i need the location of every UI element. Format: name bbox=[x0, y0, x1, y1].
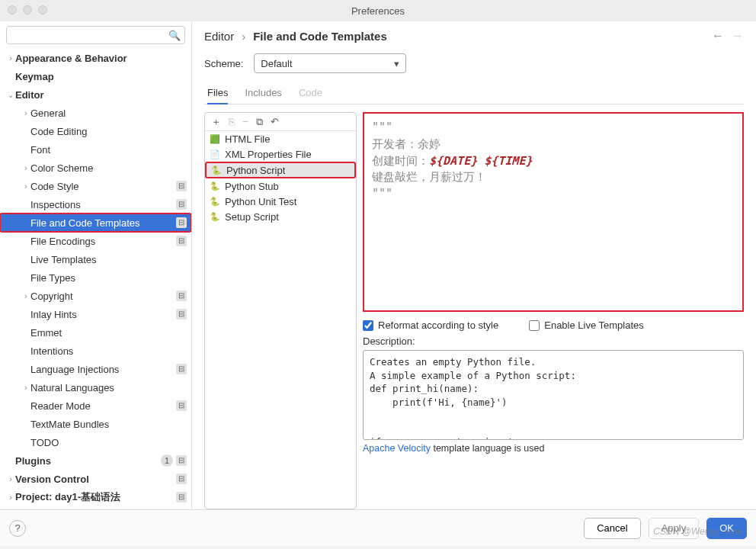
project-scope-icon: ⊟ bbox=[176, 455, 187, 466]
sidebar-item-label: File and Code Templates bbox=[30, 217, 173, 229]
sidebar-item[interactable]: ›Appearance & Behavior bbox=[0, 49, 191, 67]
scheme-select[interactable]: Default bbox=[254, 53, 406, 73]
sidebar-item[interactable]: Keymap bbox=[0, 67, 191, 85]
sidebar-item[interactable]: ›General bbox=[0, 104, 191, 122]
project-scope-icon: ⊟ bbox=[176, 309, 187, 319]
sidebar-item[interactable]: ›Color Scheme bbox=[0, 159, 191, 177]
sidebar-item[interactable]: ›Copyright⊟ bbox=[0, 287, 191, 305]
sidebar-item-label: Version Control bbox=[15, 474, 173, 485]
chevron-icon: › bbox=[21, 164, 30, 172]
project-scope-icon: ⊟ bbox=[176, 474, 187, 484]
sidebar-item[interactable]: Inspections⊟ bbox=[0, 195, 191, 214]
sidebar-item[interactable]: Font bbox=[0, 140, 191, 159]
sidebar-item[interactable]: Intentions bbox=[0, 342, 191, 360]
search-bar: 🔍 bbox=[0, 21, 191, 49]
tab[interactable]: Files bbox=[207, 82, 228, 104]
back-button[interactable]: ← bbox=[712, 29, 724, 43]
template-item[interactable]: 🐍Python Script bbox=[205, 162, 356, 178]
chevron-icon: › bbox=[21, 182, 30, 191]
footer: ? Cancel Apply OK bbox=[0, 509, 756, 546]
sidebar-item-label: Inspections bbox=[30, 199, 173, 210]
description-label: Description: bbox=[363, 336, 744, 347]
sidebar-item-label: Font bbox=[30, 144, 187, 156]
chevron-icon: › bbox=[21, 109, 30, 117]
search-input[interactable] bbox=[6, 26, 185, 44]
chevron-icon: › bbox=[6, 493, 15, 502]
live-templates-option[interactable]: Enable Live Templates bbox=[529, 319, 644, 331]
file-type-icon: 🐍 bbox=[210, 196, 220, 207]
description-box[interactable]: Creates an empty Python file. A simple e… bbox=[363, 350, 744, 440]
sidebar-item[interactable]: ›Version Control⊟ bbox=[0, 470, 191, 488]
sidebar-item[interactable]: Reader Mode⊟ bbox=[0, 396, 191, 415]
reformat-option[interactable]: Reformat according to style bbox=[363, 319, 498, 331]
minimize-window-icon[interactable] bbox=[23, 5, 32, 14]
close-window-icon[interactable] bbox=[8, 5, 17, 14]
project-scope-icon: ⊟ bbox=[176, 364, 187, 374]
copy-template-icon[interactable]: ⧉ bbox=[256, 116, 263, 128]
main-panel: Editor › File and Code Templates ← → Sch… bbox=[192, 21, 756, 509]
sidebar-item[interactable]: File and Code Templates⊟ bbox=[0, 214, 191, 232]
sidebar-item-label: Code Style bbox=[30, 181, 173, 192]
sidebar-item-label: Inlay Hints bbox=[30, 309, 173, 320]
sidebar-item-label: Appearance & Behavior bbox=[15, 53, 187, 64]
cancel-button[interactable]: Cancel bbox=[584, 518, 640, 539]
sidebar-item-label: Project: day1-基础语法 bbox=[15, 490, 173, 504]
template-code-editor[interactable]: """ 开发者：余婷 创建时间：${DATE} ${TIME} 键盘敲烂，月薪过… bbox=[363, 112, 744, 312]
file-type-icon: 🐍 bbox=[210, 211, 220, 222]
settings-tree: ›Appearance & BehaviorKeymap⌄Editor›Gene… bbox=[0, 49, 191, 509]
sidebar-item[interactable]: Code Editing bbox=[0, 122, 191, 140]
sidebar-item-label: File Encodings bbox=[30, 236, 173, 247]
sidebar-item[interactable]: ›Project: day1-基础语法⊟ bbox=[0, 488, 191, 506]
sidebar-item-label: Emmet bbox=[30, 327, 187, 339]
sidebar-item[interactable]: TODO bbox=[0, 433, 191, 451]
sidebar-item[interactable]: ›Natural Languages bbox=[0, 378, 191, 396]
sidebar-item[interactable]: ⌄Editor bbox=[0, 85, 191, 104]
sidebar: 🔍 ›Appearance & BehaviorKeymap⌄Editor›Ge… bbox=[0, 21, 192, 509]
sidebar-item[interactable]: Live Templates bbox=[0, 250, 191, 268]
template-list-panel: ＋ ⎘ − ⧉ ↶ 🟩HTML File📄XML Properties File… bbox=[204, 112, 357, 509]
ok-button[interactable]: OK bbox=[706, 518, 747, 539]
project-scope-icon: ⊟ bbox=[176, 492, 187, 502]
sidebar-item[interactable]: ›Code Style⊟ bbox=[0, 177, 191, 195]
template-item[interactable]: 🐍Python Unit Test bbox=[205, 194, 356, 209]
template-item[interactable]: 🟩HTML File bbox=[205, 131, 356, 146]
revert-icon[interactable]: ↶ bbox=[271, 116, 279, 127]
options-row: Reformat according to style Enable Live … bbox=[363, 319, 744, 331]
tab[interactable]: Includes bbox=[245, 82, 281, 104]
sidebar-item[interactable]: Language Injections⊟ bbox=[0, 360, 191, 378]
zoom-window-icon[interactable] bbox=[38, 5, 47, 14]
breadcrumb-editor[interactable]: Editor bbox=[204, 30, 234, 43]
reformat-checkbox[interactable] bbox=[363, 320, 373, 331]
breadcrumb: Editor › File and Code Templates bbox=[204, 30, 387, 43]
template-editor-panel: """ 开发者：余婷 创建时间：${DATE} ${TIME} 键盘敲烂，月薪过… bbox=[363, 112, 744, 509]
apache-velocity-link[interactable]: Apache Velocity bbox=[363, 443, 431, 454]
scheme-value: Default bbox=[261, 58, 292, 69]
sidebar-item[interactable]: Plugins1⊟ bbox=[0, 451, 191, 470]
help-button[interactable]: ? bbox=[9, 520, 26, 537]
sidebar-item-label: Code Editing bbox=[30, 126, 187, 137]
template-item-label: Python Unit Test bbox=[225, 196, 296, 207]
sidebar-item[interactable]: Emmet bbox=[0, 323, 191, 342]
template-item[interactable]: 🐍Setup Script bbox=[205, 209, 356, 224]
traffic-lights bbox=[8, 5, 47, 14]
live-templates-checkbox[interactable] bbox=[529, 320, 540, 331]
add-template-icon[interactable]: ＋ bbox=[211, 115, 221, 129]
sidebar-item[interactable]: File Types bbox=[0, 268, 191, 287]
file-type-icon: 🐍 bbox=[211, 165, 222, 175]
tab: Code bbox=[299, 82, 322, 104]
sidebar-item-label: General bbox=[30, 108, 187, 119]
nav-arrows: ← → bbox=[712, 29, 744, 43]
remove-template-icon: − bbox=[242, 116, 248, 127]
template-item[interactable]: 📄XML Properties File bbox=[205, 146, 356, 162]
template-item[interactable]: 🐍Python Stub bbox=[205, 178, 356, 194]
template-list: 🟩HTML File📄XML Properties File🐍Python Sc… bbox=[205, 131, 356, 509]
sidebar-item[interactable]: File Encodings⊟ bbox=[0, 232, 191, 250]
file-type-icon: 📄 bbox=[210, 149, 220, 159]
sidebar-item[interactable]: TextMate Bundles bbox=[0, 415, 191, 433]
chevron-right-icon: › bbox=[242, 30, 245, 43]
project-scope-icon: ⊟ bbox=[176, 236, 187, 246]
code-line: 键盘敲烂，月薪过万！ bbox=[372, 169, 735, 186]
sidebar-item-label: Keymap bbox=[15, 71, 187, 82]
sidebar-item[interactable]: Inlay Hints⊟ bbox=[0, 305, 191, 323]
sidebar-item-label: File Types bbox=[30, 272, 187, 284]
